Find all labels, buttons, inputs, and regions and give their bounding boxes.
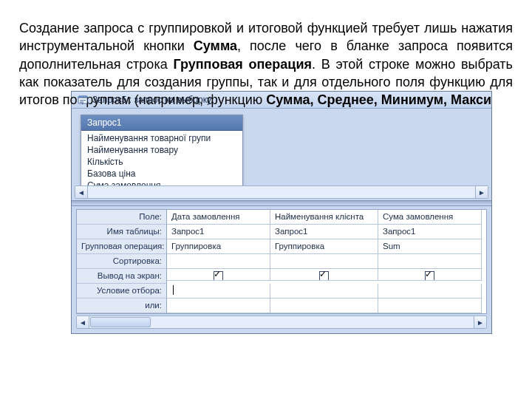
field-item[interactable]: Базова ціна: [81, 168, 242, 180]
scroll-right-icon[interactable]: ►: [475, 186, 488, 198]
checkbox-icon[interactable]: [214, 271, 223, 281]
scroll-left-icon[interactable]: ◄: [77, 316, 89, 328]
cell-field[interactable]: Сума замовлення: [378, 210, 482, 225]
bold-sum: Сумма: [194, 38, 237, 53]
field-item[interactable]: Найменування товарної групи: [81, 132, 242, 144]
tables-pane-scrollbar[interactable]: ◄ ►: [75, 185, 488, 199]
source-table-name: Запрос1: [81, 115, 242, 131]
design-grid-scrollbar[interactable]: ◄ ►: [76, 316, 487, 329]
window-title: Запрос5 : запрос на выборку: [92, 95, 211, 105]
scroll-left-icon[interactable]: ◄: [75, 186, 88, 198]
query-design-window: Запрос5 : запрос на выборку Запрос1 Найм…: [71, 91, 492, 334]
cell-table[interactable]: Запрос1: [167, 225, 270, 239]
cell-field[interactable]: Дата замовлення: [167, 210, 270, 225]
svg-rect-3: [80, 102, 83, 103]
field-item[interactable]: Кількість: [81, 156, 242, 168]
pane-splitter[interactable]: [72, 200, 491, 206]
svg-rect-1: [78, 96, 87, 98]
bold-groupop: Групповая операция: [173, 57, 312, 72]
checkbox-icon[interactable]: [319, 271, 329, 281]
svg-rect-2: [80, 100, 86, 101]
cell-sort[interactable]: [167, 254, 270, 269]
scroll-right-icon[interactable]: ►: [474, 316, 486, 328]
design-grid[interactable]: Поле: Дата замовлення Найменування клієн…: [76, 209, 487, 314]
row-label-field: Поле:: [77, 210, 167, 225]
cell-groupop[interactable]: Группировка: [270, 239, 378, 254]
cell-groupop[interactable]: Sum: [378, 239, 482, 254]
row-label-show: Вывод на экран:: [77, 269, 167, 284]
scrollbar-thumb[interactable]: [90, 317, 151, 327]
cell-sort[interactable]: [378, 254, 482, 269]
cell-sort[interactable]: [270, 254, 378, 269]
cell-or[interactable]: [167, 299, 270, 313]
row-label-criteria: Условие отбора:: [77, 284, 167, 299]
cell-show[interactable]: [270, 269, 378, 281]
row-label-table: Имя таблицы:: [77, 225, 167, 239]
cell-or[interactable]: [378, 299, 482, 313]
cell-criteria[interactable]: [270, 284, 378, 299]
cell-criteria[interactable]: [167, 284, 270, 299]
cell-groupop[interactable]: Группировка: [167, 239, 270, 254]
query-icon: [78, 95, 88, 105]
source-table-field-list[interactable]: Найменування товарної групи Найменування…: [81, 131, 242, 193]
checkbox-icon[interactable]: [425, 271, 434, 281]
row-label-sort: Сортировка:: [77, 254, 167, 269]
tables-pane[interactable]: Запрос1 Найменування товарної групи Найм…: [72, 109, 491, 200]
bold-funcs: Сумма, Среднее, Минимум, Макси: [266, 92, 491, 107]
source-table-card[interactable]: Запрос1 Найменування товарної групи Найм…: [81, 115, 243, 194]
cell-show[interactable]: [167, 269, 270, 281]
row-label-or: или:: [77, 299, 167, 313]
cell-criteria[interactable]: [378, 284, 482, 299]
cell-field[interactable]: Найменування клієнта: [270, 210, 378, 225]
cell-or[interactable]: [270, 299, 378, 313]
field-item[interactable]: Найменування товару: [81, 144, 242, 156]
design-grid-pane: Поле: Дата замовлення Найменування клієн…: [72, 206, 491, 333]
cell-show[interactable]: [378, 269, 482, 281]
cell-table[interactable]: Запрос1: [270, 225, 378, 239]
row-label-groupop: Групповая операция:: [77, 239, 167, 254]
cell-table[interactable]: Запрос1: [378, 225, 482, 239]
